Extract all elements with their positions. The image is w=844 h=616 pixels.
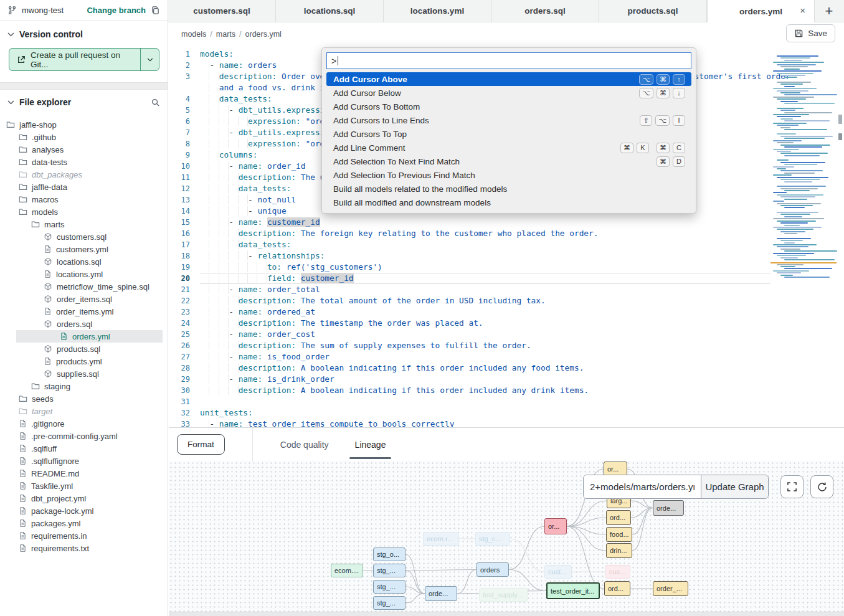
tree-item-customers.yml[interactable]: customers.yml xyxy=(0,243,168,255)
lineage-node-ord1[interactable]: ord... xyxy=(606,510,631,525)
tab-locations.yml[interactable]: locations.yml xyxy=(384,0,491,22)
line-number[interactable]: 21 xyxy=(169,284,200,295)
tab-orders.sql[interactable]: orders.sql xyxy=(491,0,599,22)
lineage-canvas[interactable]: Update Graph ecom....stg_o...stg_...stg_… xyxy=(169,461,844,612)
tree-item-marts[interactable]: marts xyxy=(0,218,168,230)
palette-item[interactable]: Add Selection To Previous Find Match xyxy=(326,168,691,182)
line-number[interactable]: 18 xyxy=(169,250,200,262)
tree-item-analyses[interactable]: analyses xyxy=(0,143,168,156)
lineage-node-order_y[interactable]: order_... xyxy=(653,581,688,596)
code-line[interactable]: 26 description: The sum of supply expens… xyxy=(169,340,771,351)
line-number[interactable]: 31 xyxy=(169,396,200,407)
lineage-node-orde_items[interactable]: orde... xyxy=(425,586,457,601)
line-text[interactable]: description: The sum of supply expenses … xyxy=(200,340,771,351)
lineage-node-test_order[interactable]: test_order_it... xyxy=(546,582,600,599)
tree-item-jaffle-data[interactable]: jaffle-data xyxy=(0,181,168,193)
code-line[interactable]: 18 - relationships: xyxy=(169,250,771,262)
tree-item-dbt_project.yml[interactable]: dbt_project.yml xyxy=(0,492,168,505)
breadcrumb-part[interactable]: orders.yml xyxy=(245,30,282,39)
tree-item-.sqlfluffignore[interactable]: .sqlfluffignore xyxy=(0,455,168,467)
line-number[interactable]: 26 xyxy=(169,340,200,351)
palette-item[interactable]: Add Cursor Below⌥⌘↓ xyxy=(326,86,691,100)
tree-item-jaffle-shop[interactable]: jaffle-shop xyxy=(0,118,168,131)
tree-item-products.yml[interactable]: products.yml xyxy=(0,355,168,367)
tree-item-target[interactable]: target xyxy=(0,405,168,417)
line-text[interactable]: - relationships: xyxy=(200,250,771,262)
line-number[interactable]: 24 xyxy=(169,318,200,329)
code-line[interactable]: 32unit_tests: xyxy=(169,407,771,419)
panel-tab-code-quality[interactable]: Code quality xyxy=(280,428,329,461)
line-text[interactable]: description: The timestamp the order was… xyxy=(200,318,771,329)
code-line[interactable]: 25 - name: order_cost xyxy=(169,329,771,340)
line-number[interactable]: 20 xyxy=(169,273,200,284)
breadcrumb-part[interactable]: marts xyxy=(216,30,235,39)
line-number[interactable]: 15 xyxy=(169,217,200,228)
line-number[interactable]: 19 xyxy=(169,262,200,273)
line-number[interactable]: 5 xyxy=(169,105,200,116)
lineage-node-stg_c[interactable]: stg_c... xyxy=(475,532,510,546)
update-graph-button[interactable]: Update Graph xyxy=(701,475,768,498)
line-number[interactable]: 1 xyxy=(169,49,200,60)
line-number[interactable]: 30 xyxy=(169,385,200,396)
lineage-node-stg_o[interactable]: stg_o... xyxy=(373,547,405,561)
refresh-button[interactable] xyxy=(810,475,833,498)
lineage-node-food[interactable]: food... xyxy=(606,527,632,542)
line-number[interactable]: 10 xyxy=(169,161,200,172)
code-line[interactable]: 19 to: ref('stg_customers') xyxy=(169,262,771,273)
breadcrumb-part[interactable]: models xyxy=(181,30,206,39)
change-branch-link[interactable]: Change branch xyxy=(87,6,146,15)
tree-item-order_items.yml[interactable]: order_items.yml xyxy=(0,305,168,318)
line-number[interactable]: 16 xyxy=(169,228,200,239)
tree-item-.gitignore[interactable]: .gitignore xyxy=(0,417,168,430)
line-text[interactable]: - name: customer_id xyxy=(200,217,771,228)
line-number[interactable]: 32 xyxy=(169,407,200,419)
line-text[interactable]: - name: is_food_order xyxy=(200,351,771,362)
code-line[interactable]: 28 description: A boolean indicating if … xyxy=(169,362,771,374)
line-number[interactable] xyxy=(169,82,200,93)
line-text[interactable]: - name: order_total xyxy=(200,284,771,295)
line-text[interactable]: - name: is_drink_order xyxy=(200,374,771,385)
new-tab-button[interactable]: + xyxy=(815,0,843,22)
line-number[interactable]: 14 xyxy=(169,206,200,217)
lineage-node-stg_3[interactable]: stg_... xyxy=(373,596,405,610)
code-line[interactable]: 16 description: The foreign key relating… xyxy=(169,228,771,239)
line-number[interactable]: 23 xyxy=(169,306,200,318)
lineage-node-drin[interactable]: drin... xyxy=(606,543,632,558)
create-pr-dropdown[interactable] xyxy=(140,49,159,70)
line-number[interactable]: 9 xyxy=(169,149,200,161)
tree-item-.github[interactable]: .github xyxy=(0,131,168,143)
line-number[interactable]: 2 xyxy=(169,60,200,71)
palette-item[interactable]: Add Line Comment⌘K⌘C xyxy=(326,141,691,154)
palette-item[interactable]: Add Cursors To Top xyxy=(326,127,691,141)
lineage-node-test_supply[interactable]: test_supply... xyxy=(479,588,528,602)
lineage-node-orde_gray[interactable]: orde... xyxy=(653,500,684,516)
line-number[interactable]: 25 xyxy=(169,329,200,340)
line-number[interactable]: 29 xyxy=(169,374,200,385)
save-button[interactable]: Save xyxy=(786,24,835,42)
code-line[interactable]: 21 - name: order_total xyxy=(169,284,771,295)
tree-item-packages.yml[interactable]: packages.yml xyxy=(0,517,168,529)
tree-item-locations.sql[interactable]: locations.sql xyxy=(0,255,168,268)
tree-item-package-lock.yml[interactable]: package-lock.yml xyxy=(0,505,168,517)
tab-locations.sql[interactable]: locations.sql xyxy=(276,0,384,22)
panel-tab-lineage[interactable]: Lineage xyxy=(355,428,386,461)
tree-item-Taskfile.yml[interactable]: Taskfile.yml xyxy=(0,480,168,492)
line-number[interactable]: 27 xyxy=(169,351,200,362)
lineage-node-ord2[interactable]: ord... xyxy=(604,581,630,596)
tree-item-data-tests[interactable]: data-tests xyxy=(0,156,168,168)
tree-item-models[interactable]: models xyxy=(0,206,168,218)
line-text[interactable]: unit_tests: xyxy=(200,407,771,419)
tree-item-order_items.sql[interactable]: order_items.sql xyxy=(0,293,168,305)
line-text[interactable] xyxy=(200,396,771,407)
tab-products.sql[interactable]: products.sql xyxy=(599,0,707,22)
tree-item-requirements.in[interactable]: requirements.in xyxy=(0,529,168,542)
tree-item-dbt_packages[interactable]: dbt_packages xyxy=(0,168,168,181)
line-text[interactable]: - name: test_order_items_compute_to_bool… xyxy=(200,419,771,427)
tab-orders.yml[interactable]: orders.yml× xyxy=(707,0,815,23)
minimap[interactable] xyxy=(773,53,833,279)
tree-item-staging[interactable]: staging xyxy=(0,380,168,392)
line-text[interactable]: data_tests: xyxy=(200,239,771,250)
tree-item-products.sql[interactable]: products.sql xyxy=(0,343,168,355)
palette-item[interactable]: Add Cursors To Bottom xyxy=(326,100,691,113)
line-number[interactable]: 17 xyxy=(169,239,200,250)
